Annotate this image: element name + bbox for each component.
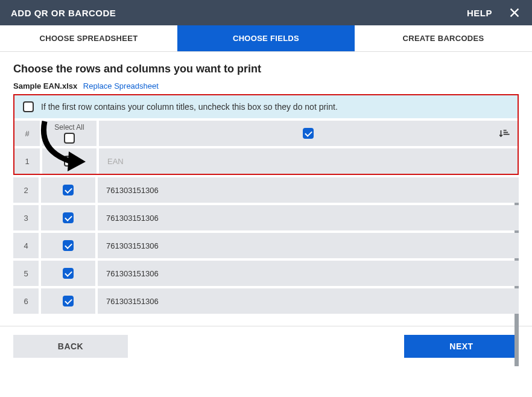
close-icon[interactable]: [508, 6, 521, 19]
select-all-label: Select All: [54, 123, 84, 132]
row-num: 6: [13, 288, 39, 314]
row-checkbox[interactable]: [63, 240, 74, 251]
page-heading: Choose the rows and columns you want to …: [13, 63, 519, 75]
row-num: 1: [14, 148, 40, 174]
row-checkbox[interactable]: [63, 185, 74, 195]
tab-choose-fields[interactable]: CHOOSE FIELDS: [177, 25, 355, 51]
table-row: 2761303151306: [13, 177, 519, 203]
header-num: #: [14, 121, 40, 146]
row-value: 761303151306: [98, 261, 519, 286]
select-all-checkbox[interactable]: [64, 133, 75, 144]
first-row-titles-label: If the first row contains your column ti…: [41, 102, 338, 112]
row-checkbox[interactable]: [63, 296, 74, 306]
back-button[interactable]: BACK: [13, 335, 128, 358]
next-button[interactable]: NEXT: [404, 335, 519, 358]
row-value: 761303151306: [98, 288, 519, 314]
row-num: 2: [13, 177, 39, 203]
header-select-all: Select All: [42, 121, 97, 146]
table-row: 3761303151306: [13, 205, 519, 230]
row-num: 3: [13, 205, 39, 230]
modal-title: ADD QR OR BARCODE: [11, 8, 467, 18]
row-value: 761303151306: [98, 205, 519, 230]
file-name: Sample EAN.xlsx: [13, 81, 77, 91]
tab-choose-spreadsheet[interactable]: CHOOSE SPREADSHEET: [0, 25, 177, 51]
column-checkbox[interactable]: [303, 128, 314, 139]
row-value: 761303151306: [98, 177, 519, 203]
row-value: 761303151306: [98, 233, 519, 258]
row-checkbox[interactable]: [63, 212, 74, 223]
step-tabs: CHOOSE SPREADSHEET CHOOSE FIELDS CREATE …: [0, 25, 532, 52]
annotation-highlight: If the first row contains your column ti…: [13, 94, 519, 175]
row-checkbox[interactable]: [63, 268, 74, 279]
first-row-titles-checkbox[interactable]: [23, 101, 34, 112]
row-checkbox[interactable]: [64, 156, 75, 167]
table-row: 6761303151306: [13, 288, 519, 314]
table-row: 4761303151306: [13, 233, 519, 258]
table-row: 5761303151306: [13, 261, 519, 286]
row-value: EAN: [99, 148, 518, 174]
tab-create-barcodes[interactable]: CREATE BARCODES: [355, 25, 532, 51]
sort-icon[interactable]: [499, 129, 511, 138]
row-num: 5: [13, 261, 39, 286]
row-num: 4: [13, 233, 39, 258]
header-column: [99, 121, 518, 146]
replace-spreadsheet-link[interactable]: Replace Spreadsheet: [83, 81, 159, 91]
help-link[interactable]: HELP: [467, 8, 492, 18]
